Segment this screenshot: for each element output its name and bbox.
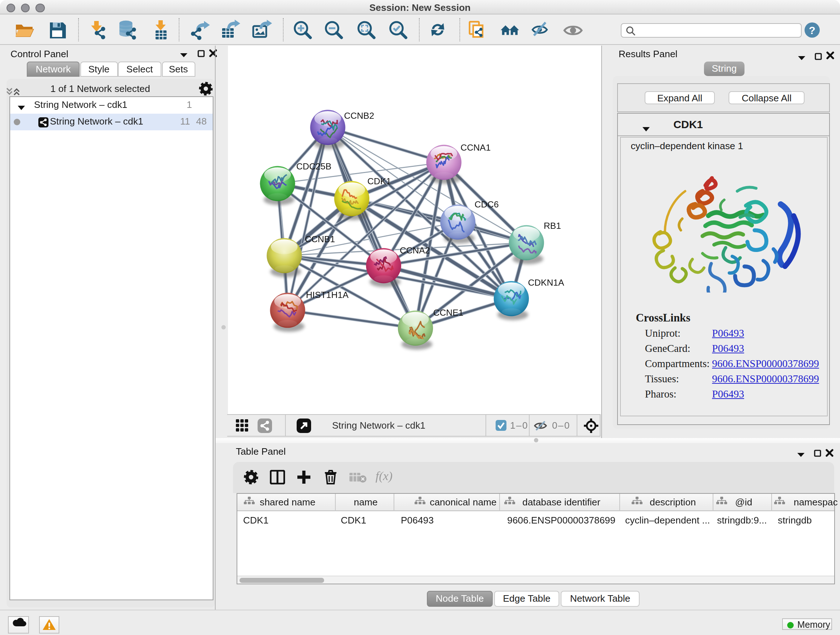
svg-text:CDC25B: CDC25B (296, 161, 331, 171)
svg-text:CDK1: CDK1 (367, 176, 391, 186)
svg-text:CCNB1: CCNB1 (305, 234, 335, 244)
svg-text:CCNA2: CCNA2 (399, 245, 429, 255)
svg-text:HIST1H1A: HIST1H1A (306, 290, 348, 299)
svg-text:CDKN1A: CDKN1A (528, 277, 564, 287)
svg-text:CCNB2: CCNB2 (344, 111, 374, 120)
svg-text:CCNE1: CCNE1 (433, 307, 463, 317)
svg-text:CDC6: CDC6 (474, 199, 499, 209)
svg-text:CCNA1: CCNA1 (460, 142, 490, 152)
svg-text:RB1: RB1 (543, 220, 561, 230)
